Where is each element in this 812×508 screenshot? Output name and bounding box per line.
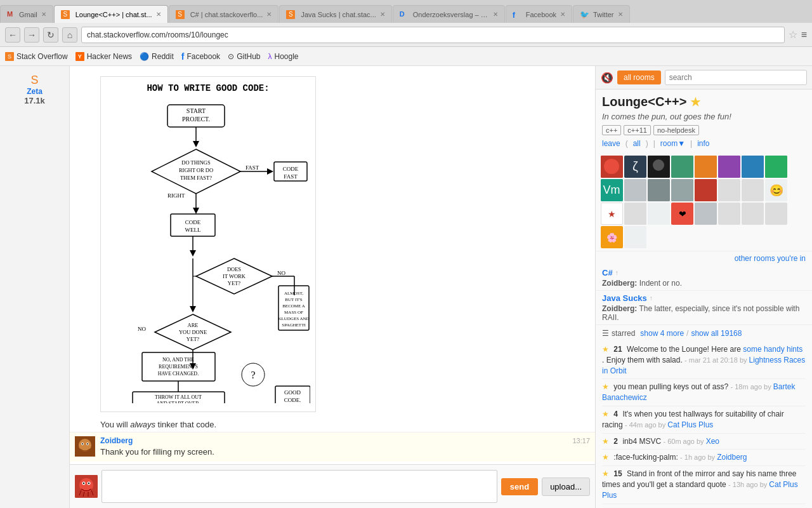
avatar[interactable]: 🌸 (601, 226, 623, 248)
other-room-javasucks-name[interactable]: Java Sucks ↑ (602, 293, 806, 303)
room-info-link[interactable]: info (697, 139, 709, 148)
star-room-button[interactable]: ★ (690, 95, 700, 109)
tab-close-twitter[interactable]: ✕ (618, 11, 623, 18)
svg-marker-17 (193, 208, 199, 214)
author-link[interactable]: Cat Plus Plus (667, 420, 713, 429)
svg-point-75 (604, 159, 619, 174)
tab-close-lounge[interactable]: ✕ (156, 11, 161, 18)
svg-text:RIGHT OR DO: RIGHT OR DO (179, 167, 213, 173)
search-input[interactable] (665, 70, 807, 85)
svg-text:THEM FAST?: THEM FAST? (180, 175, 212, 181)
home-button[interactable]: ⌂ (62, 27, 77, 43)
tab-javasucks[interactable]: S Java Sucks | chat.stac... ✕ (279, 5, 391, 23)
back-button[interactable]: ← (5, 27, 20, 43)
chat-input[interactable] (102, 470, 497, 503)
avatar[interactable]: ❤ (671, 203, 693, 225)
bookmark-hackernews[interactable]: Y Hacker News (75, 52, 132, 61)
tab-twitter[interactable]: 🐦 Twitter ✕ (573, 5, 629, 23)
svg-text:BECOME A: BECOME A (282, 304, 305, 309)
send-button[interactable]: send (501, 478, 538, 495)
other-rooms-link[interactable]: other rooms you're in (596, 251, 812, 265)
tab-onderzoek[interactable]: D Onderzoeksverslag – Go... ✕ (393, 5, 505, 23)
bookmark-github[interactable]: ⊙ GitHub (228, 52, 260, 61)
tab-lounge[interactable]: S Lounge<C++> | chat.st... ✕ (54, 5, 168, 23)
flowchart-svg: START PROJECT. DO THINGS RIGHT OR DO THE… (107, 98, 310, 403)
message-username[interactable]: Zoidberg (100, 436, 133, 445)
svg-marker-4 (193, 141, 199, 147)
menu-button[interactable]: ≡ (801, 29, 807, 41)
tab-facebook[interactable]: f Facebook ✕ (506, 5, 572, 23)
avatar[interactable] (648, 203, 670, 225)
bookmark-reddit[interactable]: 🔵 Reddit (140, 52, 174, 61)
bookmark-star-button[interactable]: ☆ (789, 29, 797, 41)
avatar-placeholder (742, 203, 764, 225)
bookmark-facebook[interactable]: f Facebook (181, 51, 220, 62)
svg-text:GOOD: GOOD (284, 389, 301, 396)
tab-close-facebook[interactable]: ✕ (560, 11, 565, 18)
avatar[interactable] (765, 156, 787, 178)
other-room-csharp-name[interactable]: C# ↑ (602, 268, 806, 277)
avatar[interactable] (624, 203, 646, 225)
room-title-area: Lounge<C++> ★ In comes the pun, out goes… (596, 90, 812, 153)
avatar[interactable] (624, 179, 646, 201)
reload-button[interactable]: ↻ (43, 27, 58, 43)
chat-messages: HOW TO WRITE GOOD CODE: START PROJECT. D… (70, 66, 595, 464)
tab-close-javasucks[interactable]: ✕ (380, 11, 385, 18)
show-all-link[interactable]: show all 19168 (691, 329, 742, 338)
forward-button[interactable]: → (24, 27, 39, 43)
right-sidebar-top: 🔇 all rooms (596, 66, 812, 90)
bookmark-stackoverflow[interactable]: S Stack Overflow (5, 52, 68, 61)
show-more-link[interactable]: show 4 more (640, 329, 684, 338)
tab-close-gmail[interactable]: ✕ (41, 11, 46, 18)
tab-close-csharp[interactable]: ✕ (266, 11, 272, 18)
facebook-favicon-tab: f (513, 10, 521, 19)
avatar[interactable] (648, 179, 670, 201)
avatar[interactable] (695, 179, 717, 201)
tab-close-onderzoek[interactable]: ✕ (493, 11, 498, 18)
avatar[interactable]: ζ (624, 156, 646, 178)
all-rooms-button[interactable]: all rooms (617, 70, 661, 84)
avatar[interactable] (742, 156, 764, 178)
avatar[interactable] (695, 156, 717, 178)
avatars-grid: ζ Vm (596, 153, 812, 251)
avatar[interactable] (695, 203, 717, 225)
leave-room-link[interactable]: leave (602, 139, 620, 148)
message-text-1: You will always tinker that code. (100, 420, 216, 429)
avatar[interactable] (718, 156, 740, 178)
mute-button[interactable]: 🔇 (601, 72, 613, 84)
sidebar-username[interactable]: Zeta (27, 87, 43, 96)
bookmark-hoogle[interactable]: λ Hoogle (268, 52, 298, 61)
svg-text:FAST: FAST (284, 173, 298, 180)
author-link[interactable]: Xeo (706, 437, 719, 446)
tab-gmail[interactable]: M Gmail ✕ (0, 5, 53, 23)
avatar[interactable]: ★ (601, 203, 623, 225)
tag-cpp[interactable]: c++ (602, 125, 621, 135)
upload-button[interactable]: upload... (542, 478, 590, 496)
gmail-favicon: M (7, 10, 16, 19)
avatar[interactable] (648, 156, 670, 178)
sidebar-score-icon: S (30, 74, 38, 87)
room-dropdown-link[interactable]: room▼ (660, 139, 685, 148)
avatar[interactable] (601, 156, 623, 178)
starred-label: starred (612, 329, 635, 338)
tag-no-helpdesk[interactable]: no-helpdesk (653, 125, 699, 135)
svg-text:RIGHT: RIGHT (167, 192, 185, 199)
starred-header: ☰ starred show 4 more / show all 19168 (602, 329, 806, 338)
leave-all-link[interactable]: all (633, 139, 641, 148)
handy-hints-link[interactable]: some handy hints (743, 345, 802, 354)
avatar[interactable] (624, 226, 646, 248)
avatar[interactable] (671, 156, 693, 178)
avatar[interactable]: 😊 (765, 179, 787, 201)
avatar[interactable]: Vm (601, 179, 623, 201)
tab-csharp[interactable]: S C# | chat.stackoverflo... ✕ (169, 5, 279, 23)
avatar[interactable] (671, 179, 693, 201)
browser-chrome: M Gmail ✕ S Lounge<C++> | chat.st... ✕ S… (0, 0, 812, 66)
chat-area: HOW TO WRITE GOOD CODE: START PROJECT. D… (70, 66, 595, 508)
tab-javasucks-label: Java Sucks | chat.stac... (301, 11, 376, 18)
list-item: ★ :face-fucking-palm: - 1h ago by Zoidbe… (602, 450, 806, 466)
svg-rect-86 (648, 179, 670, 201)
tag-cpp11[interactable]: c++11 (624, 125, 651, 135)
address-bar[interactable] (81, 27, 785, 43)
author-link[interactable]: Zoidberg (717, 453, 747, 462)
svg-text:DOES: DOES (227, 266, 241, 272)
